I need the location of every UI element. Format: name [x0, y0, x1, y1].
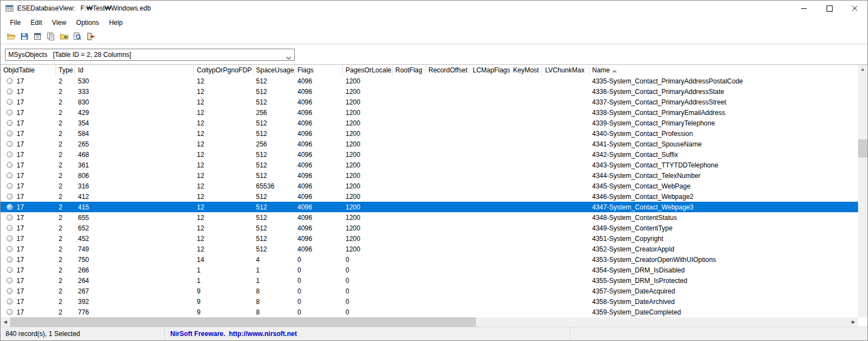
- copy-icon: [46, 32, 55, 41]
- cell-text: 1200: [346, 224, 360, 232]
- cell-lcmapflags: [470, 191, 510, 202]
- table-row[interactable]: 17265512512409612004348-System_ContentSt…: [1, 212, 858, 223]
- table-row[interactable]: 17277698004359-System_DateCompleted: [1, 307, 858, 317]
- cell-text: 2: [59, 298, 62, 306]
- cell-text: 4096: [297, 98, 312, 106]
- cell-keymost: [510, 149, 542, 160]
- table-row[interactable]: 17245212512409612004351-System_Copyright: [1, 233, 858, 244]
- table-row[interactable]: 17274912512409612004352-System_CreatorAp…: [1, 244, 858, 254]
- table-row[interactable]: 17226411004355-System_DRM_IsProtected: [1, 275, 858, 286]
- close-button[interactable]: [842, 1, 867, 16]
- column-header-lvchunkmax[interactable]: LVChunkMax: [542, 65, 589, 76]
- find-button[interactable]: [71, 30, 83, 43]
- cell-recordoffset: [426, 86, 470, 97]
- menu-file[interactable]: File: [5, 17, 25, 28]
- statusbar-empty-panel: [571, 327, 867, 340]
- table-row[interactable]: 17239298004358-System_DateArchived: [1, 296, 858, 307]
- table-row[interactable]: 17226798004357-System_DateAcquired: [1, 286, 858, 296]
- column-header-name[interactable]: Name: [589, 65, 858, 76]
- nirsoft-link[interactable]: NirSoft Freeware. http://www.nirsoft.net: [170, 330, 297, 338]
- cell-recordoffset: [426, 149, 470, 160]
- table-row[interactable]: 17241212512409612004346-System_Contact_W…: [1, 191, 858, 202]
- table-row[interactable]: 17242912256409612004338-System_Contact_P…: [1, 107, 858, 118]
- cell-rootflag: [393, 191, 426, 202]
- scroll-up-icon[interactable]: ▲: [858, 65, 867, 74]
- table-row[interactable]: 17265212512409612004349-System_ContentTy…: [1, 223, 858, 233]
- record-icon: [7, 109, 13, 116]
- column-header-coltyporpgnofdp[interactable]: ColtypOrPgnoFDP: [194, 65, 253, 76]
- record-icon: [7, 162, 13, 168]
- cell-text: 2: [59, 172, 62, 180]
- column-header-pagesorlocale[interactable]: PagesOrLocale: [343, 65, 393, 76]
- exit-button[interactable]: [84, 30, 97, 43]
- cell-objidtable: 17: [1, 139, 56, 149]
- cell-name: 4338-System_Contact_PrimaryEmailAddress: [589, 107, 858, 118]
- cell-name: 4335-System_Contact_PrimaryAddressPostal…: [589, 76, 858, 86]
- column-header-flags[interactable]: Flags: [295, 65, 343, 76]
- cell-lvchunkmax: [542, 86, 589, 97]
- table-row[interactable]: 1723161265536409612004345-System_Contact…: [1, 181, 858, 191]
- column-header-spaceusage[interactable]: SpaceUsage: [253, 65, 295, 76]
- column-header-lcmapflags[interactable]: LCMapFlags: [470, 65, 510, 76]
- table-row[interactable]: 172750144004353-System_CreatorOpenWithUI…: [1, 254, 858, 265]
- cell-text: 2: [59, 277, 62, 285]
- copy-button[interactable]: [44, 30, 57, 43]
- cell-text: 12: [197, 77, 204, 85]
- column-header-recordoffset[interactable]: RecordOffset: [426, 65, 470, 76]
- cell-recordoffset: [426, 191, 470, 202]
- cell-lvchunkmax: [542, 307, 589, 317]
- column-header-keymost[interactable]: KeyMost: [510, 65, 542, 76]
- scroll-right-icon[interactable]: ▶: [849, 317, 858, 327]
- cell-text: 4353-System_CreatorOpenWithUIOptions: [592, 256, 716, 264]
- cell-flags: 4096: [295, 139, 343, 149]
- vertical-scrollbar-thumb[interactable]: [858, 139, 867, 158]
- export-button[interactable]: [57, 30, 70, 43]
- column-header-type[interactable]: Type: [56, 65, 75, 76]
- cell-lvchunkmax: [542, 212, 589, 223]
- sort-ascending-icon: [612, 66, 617, 74]
- properties-button[interactable]: [31, 30, 44, 43]
- cell-text: 2: [59, 109, 62, 117]
- table-row[interactable]: 17283012512409612004337-System_Contact_P…: [1, 97, 858, 107]
- column-header-objidtable[interactable]: ObjidTable: [1, 65, 56, 76]
- table-row[interactable]: 17236112512409612004343-System_Contact_T…: [1, 160, 858, 170]
- cell-text: 1200: [346, 77, 360, 85]
- column-header-rootflag[interactable]: RootFlag: [393, 65, 426, 76]
- menu-options[interactable]: Options: [71, 17, 104, 28]
- column-header-id[interactable]: Id: [75, 65, 194, 76]
- cell-spaceusage: 8: [253, 296, 295, 307]
- table-selector-combobox[interactable]: MSysObjects [Table ID = 2, 28 Columns]: [5, 49, 295, 61]
- table-row[interactable]: 17235412512409612004339-System_Contact_P…: [1, 118, 858, 128]
- maximize-button[interactable]: [817, 1, 842, 16]
- table-row[interactable]: 17233312512409612004336-System_Contact_P…: [1, 86, 858, 97]
- save-button[interactable]: [18, 30, 30, 43]
- menu-edit[interactable]: Edit: [25, 17, 47, 28]
- horizontal-scrollbar-thumb[interactable]: [10, 317, 476, 327]
- table-row[interactable]: 17246812512409612004342-System_Contact_S…: [1, 149, 858, 160]
- table-row[interactable]: 17226512256409612004341-System_Contact_S…: [1, 139, 858, 149]
- cell-objidtable: 17: [1, 275, 56, 286]
- menu-help[interactable]: Help: [104, 17, 128, 28]
- cell-text: 4096: [297, 203, 312, 211]
- cell-text: 4355-System_DRM_IsProtected: [592, 277, 687, 285]
- scroll-left-icon[interactable]: ◀: [1, 317, 10, 327]
- table-row[interactable]: 17253012512409612004335-System_Contact_P…: [1, 76, 858, 86]
- cell-text: 4096: [297, 77, 312, 85]
- menu-view[interactable]: View: [47, 17, 71, 28]
- app-icon: [5, 4, 14, 13]
- vertical-scrollbar[interactable]: ▲ ▼: [858, 65, 867, 317]
- table-row[interactable]: 17280612512409612004344-System_Contact_T…: [1, 170, 858, 181]
- cell-text: 530: [78, 77, 89, 85]
- open-file-button[interactable]: [4, 30, 17, 43]
- cell-name: 4351-System_Copyright: [589, 233, 858, 244]
- cell-type: 2: [56, 139, 75, 149]
- cell-text: 776: [78, 308, 89, 316]
- horizontal-scrollbar[interactable]: ◀ ▶: [1, 317, 858, 327]
- cell-id: 776: [75, 307, 194, 317]
- table-row[interactable]: 17226611004354-System_DRM_IsDisabled: [1, 265, 858, 275]
- minimize-button[interactable]: [791, 1, 817, 16]
- table-row[interactable]: 17241512512409612004347-System_Contact_W…: [1, 202, 858, 212]
- cell-text: 1200: [346, 172, 360, 180]
- table-row[interactable]: 17258412512409612004340-System_Contact_P…: [1, 128, 858, 139]
- cell-lvchunkmax: [542, 181, 589, 191]
